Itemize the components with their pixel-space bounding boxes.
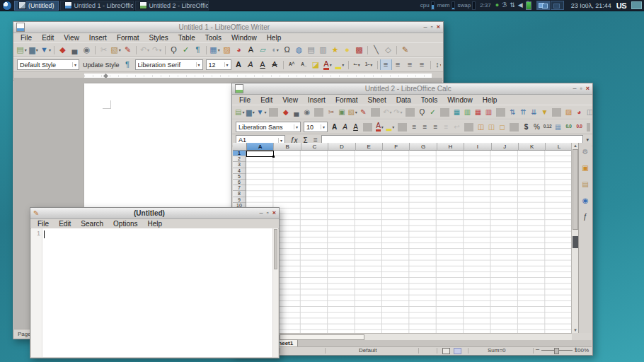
menu-item[interactable]: Edit (54, 220, 76, 228)
maximize-icon[interactable]: ▫ (267, 210, 269, 216)
track-changes-icon[interactable]: ▩ (354, 45, 364, 55)
toolbar-button[interactable] (367, 46, 368, 54)
chevron-down-icon[interactable]: ▾ (294, 124, 298, 129)
menu-item[interactable]: Edit (37, 34, 59, 42)
clear-formatting-icon[interactable]: ◪ (311, 59, 321, 70)
column-header[interactable]: G (410, 143, 437, 151)
insert-column-icon[interactable]: ▥ (463, 107, 472, 117)
unmerge-cells-icon[interactable]: ◻ (498, 122, 507, 132)
toolbar-button[interactable] (283, 61, 284, 69)
toolbar-button[interactable] (348, 61, 349, 69)
paragraph-style-combo[interactable]: Default Style ▾ (17, 59, 79, 70)
print-icon[interactable]: ▄ (292, 107, 301, 117)
menu-item[interactable]: File (33, 220, 54, 228)
battery-icon[interactable] (526, 1, 531, 10)
clock[interactable]: 23 Ιούλ, 21:44 (571, 2, 611, 9)
toolbar-button[interactable] (587, 123, 590, 132)
cpu-monitor[interactable]: cpu (420, 1, 435, 10)
selection-mode-icon[interactable] (442, 348, 450, 354)
spreadsheet-grid[interactable]: A B C D E F G H I J K L (233, 143, 572, 333)
superscript-icon[interactable]: A^ (287, 59, 297, 70)
column-header[interactable]: K (519, 143, 546, 151)
toolbar-button[interactable] (165, 46, 166, 54)
row-header[interactable]: 9 (233, 197, 246, 203)
toolbar-button[interactable] (377, 61, 378, 69)
taskbar-button-calc[interactable]: Untitled 2 - LibreOffice... (135, 1, 209, 11)
taskbar-button-editor[interactable]: (Untitled) (14, 1, 59, 11)
new-document-icon[interactable]: ▤ (235, 107, 244, 117)
sidebar-settings-icon[interactable]: ⚙ (581, 146, 590, 157)
chevron-down-icon[interactable]: ▾ (196, 62, 200, 67)
insert-comment-icon[interactable]: ◖ (270, 45, 280, 55)
close-icon[interactable]: × (586, 86, 590, 92)
toolbar-button[interactable] (396, 46, 397, 54)
sort-icon[interactable]: ⇅ (508, 107, 517, 117)
chevron-down-icon[interactable]: ▾ (321, 124, 325, 129)
spelling-icon[interactable]: ✓ (428, 107, 437, 117)
number-format-icon[interactable]: 0.12 (543, 122, 552, 132)
insert-line-icon[interactable]: ╲ (371, 45, 381, 55)
percent-icon[interactable]: % (532, 122, 541, 132)
align-left-icon[interactable]: ≡ (381, 59, 391, 70)
notification-tray-icon[interactable]: ● (495, 2, 499, 8)
chevron-down-icon[interactable]: ▾ (224, 62, 229, 67)
sidebar-navigator-icon[interactable]: ◉ (581, 195, 590, 206)
column-header[interactable]: F (383, 143, 410, 151)
strikethrough-icon[interactable]: A (270, 59, 280, 70)
comment-icon[interactable]: ● (342, 45, 352, 55)
bookmark-icon[interactable]: ★ (330, 45, 340, 55)
insert-textbox-icon[interactable]: A (246, 45, 256, 55)
undo-icon[interactable]: ↶ (139, 45, 150, 55)
save-icon[interactable]: ▼ (256, 107, 266, 117)
spelling-icon[interactable]: ✓ (180, 45, 191, 55)
delete-row-icon[interactable]: ▦ (473, 107, 483, 117)
basic-shapes-icon[interactable]: ◇ (383, 45, 393, 55)
row-header[interactable]: 5 (233, 174, 246, 180)
align-center-icon[interactable]: ≡ (393, 59, 403, 70)
date-format-icon[interactable]: ▦ (553, 122, 563, 132)
minimize-icon[interactable]: – (260, 210, 263, 216)
applications-menu-icon[interactable] (2, 1, 12, 11)
font-name-combo[interactable]: Liberation Serif ▾ (135, 59, 203, 70)
align-left-icon[interactable]: ≡ (410, 122, 419, 132)
editor-titlebar[interactable]: ✎ (Untitled) – ▫ × (30, 208, 279, 219)
bold-icon[interactable]: A (330, 122, 339, 132)
menu-item[interactable]: Help (143, 220, 168, 228)
font-size-combo[interactable]: 12 ▾ (206, 59, 231, 70)
toolbar-button[interactable] (136, 46, 137, 54)
menu-item[interactable]: File (234, 96, 255, 104)
footnote-icon[interactable]: ▤ (306, 45, 316, 55)
minimize-icon[interactable]: – (573, 86, 577, 92)
font-color-icon[interactable]: A (375, 122, 384, 132)
menu-item[interactable]: Data (391, 96, 416, 104)
freeze-panes-icon[interactable]: ◫ (585, 107, 592, 117)
taskbar-button-writer[interactable]: Untitled 1 - LibreOffice... (60, 1, 134, 11)
calc-titlebar[interactable]: Untitled 2 - LibreOffice Calc – ▫ × (232, 83, 592, 95)
row-header[interactable]: 6 (233, 180, 246, 185)
toolbar-button[interactable] (95, 46, 96, 54)
sidebar-gallery-icon[interactable]: ▤ (581, 179, 590, 189)
align-justify-icon[interactable]: ≡ (417, 59, 427, 70)
toolbar-button[interactable] (496, 108, 505, 117)
find-replace-icon[interactable]: Ϙ (168, 45, 179, 55)
new-style-icon[interactable]: ¶ (122, 59, 133, 70)
sidebar-functions-icon[interactable]: ƒ (581, 211, 590, 222)
column-header[interactable]: B (274, 143, 301, 151)
font-name-combo[interactable]: Liberation Sans ▾ (236, 122, 301, 132)
currency-icon[interactable]: $ (522, 122, 531, 132)
workspace-2[interactable] (551, 1, 564, 10)
zoom-out-icon[interactable]: – (536, 346, 539, 353)
column-header[interactable]: H (437, 143, 464, 151)
editor-text-area[interactable]: 1 (31, 228, 278, 357)
modified-status-icon[interactable] (454, 348, 461, 354)
workspace-1[interactable] (536, 1, 550, 10)
align-center-icon[interactable]: ≡ (420, 122, 430, 132)
paste-icon[interactable]: ▧ (347, 107, 357, 117)
cells-area[interactable] (246, 151, 572, 333)
sort-ascending-icon[interactable]: ⇈ (519, 107, 528, 117)
underline-icon[interactable]: A (351, 122, 360, 132)
menu-item[interactable]: Sheet (363, 96, 391, 104)
merge-center-icon[interactable]: ◫ (476, 122, 485, 132)
redo-icon[interactable]: ↷ (151, 45, 162, 55)
expand-formula-bar-icon[interactable]: ▾ (585, 137, 590, 143)
